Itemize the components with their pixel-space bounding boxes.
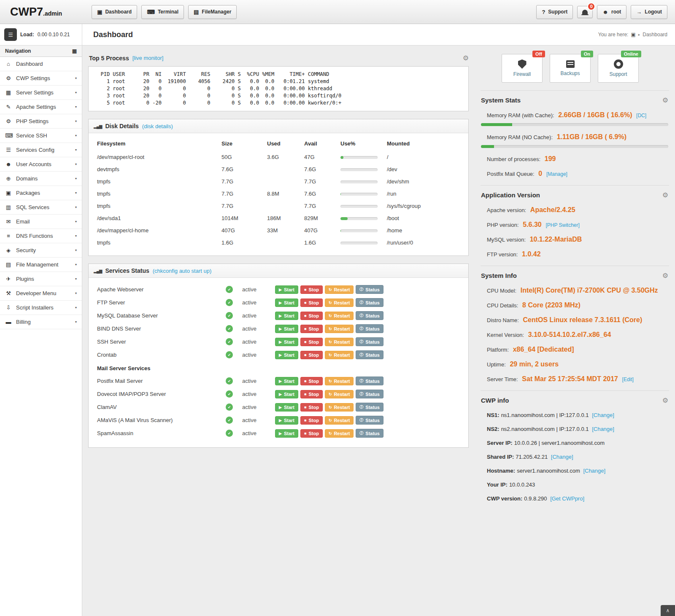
- restart-button[interactable]: ↻Restart: [325, 351, 354, 359]
- restart-button[interactable]: ↻Restart: [325, 299, 354, 307]
- sidebar-item-apache-settings[interactable]: ✎ Apache Settings ▾: [0, 100, 82, 114]
- sidebar-item-domains[interactable]: ⊕ Domains ▾: [0, 172, 82, 186]
- status-button[interactable]: ⓘStatus: [356, 429, 383, 438]
- sidebar-item-cwp-settings[interactable]: ⚙ CWP Settings ▾: [0, 71, 82, 86]
- cwp-info-link[interactable]: [Change]: [551, 454, 573, 460]
- sidebar-item-dashboard[interactable]: ⌂ Dashboard: [0, 57, 82, 71]
- status-button[interactable]: ⓘStatus: [356, 324, 383, 333]
- status-button[interactable]: ⓘStatus: [356, 350, 383, 359]
- restart-button[interactable]: ↻Restart: [325, 377, 354, 385]
- start-button[interactable]: ▶Start: [275, 416, 298, 425]
- start-button[interactable]: ▶Start: [275, 390, 298, 398]
- version-link[interactable]: [PHP Switcher]: [545, 222, 579, 228]
- settings-gear-icon[interactable]: ⚙: [463, 54, 469, 62]
- status-button[interactable]: ⓘStatus: [356, 311, 383, 320]
- sidebar-item-billing[interactable]: ▬ Billing ▾: [0, 315, 82, 329]
- chkconfig-link[interactable]: (chkconfig auto start up): [153, 268, 211, 274]
- user-button[interactable]: ☻ root: [597, 5, 626, 19]
- system-info-link[interactable]: [Edit]: [622, 377, 634, 382]
- restart-button[interactable]: ↻Restart: [325, 416, 354, 425]
- settings-gear-icon[interactable]: ⚙: [662, 191, 668, 199]
- cwp-info-link[interactable]: [Change]: [592, 426, 614, 432]
- live-monitor-link[interactable]: [live monitor]: [132, 55, 164, 61]
- sidebar-item-label: Apache Settings: [16, 104, 71, 110]
- start-button[interactable]: ▶Start: [275, 429, 298, 438]
- stop-button[interactable]: ■Stop: [300, 325, 323, 333]
- settings-gear-icon[interactable]: ⚙: [662, 272, 668, 280]
- scroll-top-button[interactable]: ∧: [661, 605, 675, 616]
- start-button[interactable]: ▶Start: [275, 312, 298, 320]
- stop-button[interactable]: ■Stop: [300, 338, 323, 346]
- support-card[interactable]: Online Support: [598, 54, 639, 83]
- cwp-info-link[interactable]: [Get CWPpro]: [550, 495, 584, 502]
- sidebar-item-php-settings[interactable]: ⚙ PHP Settings ▾: [0, 114, 82, 129]
- start-button[interactable]: ▶Start: [275, 299, 298, 307]
- status-button[interactable]: ⓘStatus: [356, 285, 383, 294]
- restart-button[interactable]: ↻Restart: [325, 429, 354, 438]
- mailqueue-value: 0: [538, 170, 542, 177]
- stop-button[interactable]: ■Stop: [300, 285, 323, 294]
- breadcrumb-current[interactable]: Dashboard: [643, 32, 667, 38]
- firewall-card[interactable]: Off Firewall: [502, 54, 543, 83]
- start-button[interactable]: ▶Start: [275, 403, 298, 412]
- sidebar-item-developer-menu[interactable]: ⚒ Developer Menu ▾: [0, 286, 82, 301]
- sidebar-item-dns-functions[interactable]: ≡ DNS Functions ▾: [0, 229, 82, 243]
- start-button[interactable]: ▶Start: [275, 325, 298, 333]
- filemanager-nav-button[interactable]: ▤ FileManager: [188, 5, 237, 19]
- stop-button[interactable]: ■Stop: [300, 416, 323, 425]
- restart-button[interactable]: ↻Restart: [325, 338, 354, 346]
- stop-button[interactable]: ■Stop: [300, 299, 323, 307]
- sidebar-item-script-installers[interactable]: ⇩ Script Installers ▾: [0, 301, 82, 315]
- cwp-info-link[interactable]: [Change]: [583, 468, 605, 474]
- start-button[interactable]: ▶Start: [275, 285, 298, 294]
- layout-icon[interactable]: ▦: [72, 48, 77, 54]
- status-button[interactable]: ⓘStatus: [356, 298, 383, 307]
- restart-button[interactable]: ↻Restart: [325, 312, 354, 320]
- backups-card[interactable]: On Backups: [550, 54, 591, 83]
- dc-link[interactable]: [DC]: [636, 113, 646, 118]
- use-cell: [340, 215, 387, 221]
- status-button[interactable]: ⓘStatus: [356, 337, 383, 346]
- status-button[interactable]: ⓘStatus: [356, 377, 383, 385]
- sidebar-item-user-accounts[interactable]: ☻ User Accounts ▾: [0, 157, 82, 172]
- sidebar-item-service-ssh[interactable]: ⌨ Service SSH ▾: [0, 129, 82, 143]
- sidebar-item-services-config[interactable]: ☰ Services Config ▾: [0, 143, 82, 157]
- start-button[interactable]: ▶Start: [275, 351, 298, 359]
- settings-gear-icon[interactable]: ⚙: [662, 96, 668, 104]
- stop-button[interactable]: ■Stop: [300, 312, 323, 320]
- status-button[interactable]: ⓘStatus: [356, 390, 383, 398]
- stop-button[interactable]: ■Stop: [300, 403, 323, 412]
- stop-button[interactable]: ■Stop: [300, 429, 323, 438]
- sidebar-item-security[interactable]: ◈ Security ▾: [0, 243, 82, 258]
- sidebar-item-server-settings[interactable]: ▦ Server Settings ▾: [0, 86, 82, 100]
- stop-button[interactable]: ■Stop: [300, 377, 323, 385]
- start-button[interactable]: ▶Start: [275, 338, 298, 346]
- disk-details-link[interactable]: (disk details): [142, 123, 173, 129]
- stop-button[interactable]: ■Stop: [300, 351, 323, 359]
- sidebar-item-packages[interactable]: ▣ Packages ▾: [0, 186, 82, 200]
- terminal-nav-button[interactable]: ⌨ Terminal: [141, 5, 184, 19]
- status-button[interactable]: ⓘStatus: [356, 416, 383, 425]
- sidebar-item-file-management[interactable]: ▤ File Management ▾: [0, 258, 82, 272]
- firewall-card-label: Firewall: [513, 71, 531, 77]
- restart-button[interactable]: ↻Restart: [325, 325, 354, 333]
- avail-cell: 407G: [304, 227, 340, 234]
- restart-button[interactable]: ↻Restart: [325, 285, 354, 294]
- settings-gear-icon[interactable]: ⚙: [662, 396, 668, 404]
- logout-button[interactable]: → Logout: [631, 5, 667, 19]
- restart-button[interactable]: ↻Restart: [325, 390, 354, 398]
- support-button[interactable]: ? Support: [536, 5, 573, 19]
- sidebar-item-email[interactable]: ✉ Email ▾: [0, 215, 82, 229]
- restart-button[interactable]: ↻Restart: [325, 403, 354, 412]
- dashboard-nav-button[interactable]: ▣ Dashboard: [92, 5, 137, 19]
- notifications-button[interactable]: 0: [577, 6, 593, 18]
- status-button[interactable]: ⓘStatus: [356, 403, 383, 412]
- sidebar-item-plugins[interactable]: ✈ Plugins ▾: [0, 272, 82, 286]
- cwp-info-link[interactable]: [Change]: [592, 412, 614, 418]
- manage-link[interactable]: [Manage]: [546, 171, 567, 177]
- sidebar-item-sql-services[interactable]: ▥ SQL Services ▾: [0, 200, 82, 215]
- stop-label: Stop: [308, 352, 319, 358]
- stop-button[interactable]: ■Stop: [300, 390, 323, 398]
- start-button[interactable]: ▶Start: [275, 377, 298, 385]
- service-name: Postfix Mail Server: [97, 378, 226, 384]
